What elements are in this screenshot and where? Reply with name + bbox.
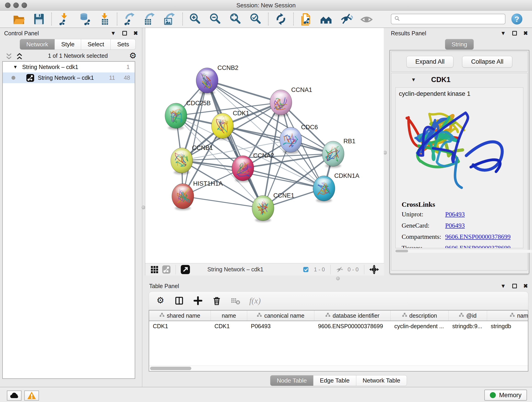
birdseye-view-icon[interactable] [162,265,171,274]
tab-edge-table[interactable]: Edge Table [313,375,356,386]
edge-CCNB2-HIST1H1A[interactable] [183,80,207,196]
split-columns-icon[interactable] [174,296,184,306]
table-cell[interactable]: CDK1 [149,321,211,332]
crosslink-link[interactable]: 9606.ENSP00000378699 [445,244,510,248]
gear-icon[interactable]: ⚙ [155,296,165,306]
edge-CCNB2-CCNE1[interactable] [207,80,263,208]
collapse-all-icon[interactable] [6,52,12,59]
panel-float-icon[interactable] [512,31,517,36]
tab-select[interactable]: Select [81,39,111,50]
collection-expander-icon[interactable]: ▼ [13,64,18,70]
tab-node-table[interactable]: Node Table [270,375,313,386]
panel-float-icon[interactable] [122,31,127,36]
hide-selected-button[interactable] [336,12,356,26]
edge-CCNB2-CCNA1[interactable] [207,80,281,102]
expand-all-button[interactable]: Expand All [406,56,454,68]
zoom-fit-button[interactable] [225,12,246,26]
trash-icon[interactable] [212,296,222,306]
tab-style[interactable]: Style [55,39,81,50]
column-header-shared-name[interactable]: shared name [149,311,211,321]
panel-close-icon[interactable]: ✖ [523,283,528,289]
memory-button[interactable]: Memory [484,390,527,401]
table-hscrollbar[interactable] [149,366,528,371]
left-splitter[interactable] [142,28,145,387]
panel-menu-icon[interactable]: ▼ [500,31,506,36]
network-collection-row[interactable]: ▼ String Network – cdk1 1 [3,62,135,72]
crosslink-link[interactable]: P06493 [445,222,465,229]
table-cell[interactable]: 9606.ENSP00000378699 [314,321,391,332]
node-RB1[interactable]: RB1 [322,138,355,168]
export-image-button[interactable] [160,12,180,26]
export-table-button[interactable] [140,12,160,26]
open-file-button[interactable] [9,12,29,26]
apply-layout-button[interactable] [271,12,291,26]
tab-network-table[interactable]: Network Table [356,375,407,386]
title-bar: Session: New Session [0,0,532,11]
zoom-in-button[interactable] [185,12,205,26]
import-table-button[interactable] [94,12,114,26]
tab-string[interactable]: String [445,39,474,50]
search-input[interactable] [402,16,502,22]
selected-checkbox-icon[interactable] [302,266,310,273]
network-current-dot [12,76,15,80]
panel-close-icon[interactable]: ✖ [523,31,528,36]
export-network-button[interactable] [120,12,140,26]
clone-network-button[interactable] [296,12,316,26]
table-cell[interactable]: P06493 [247,321,314,332]
help-button[interactable]: ? [511,13,522,25]
node-CDKN1A[interactable]: CDKN1A [313,172,360,202]
column-header-name[interactable]: name [211,311,247,321]
expand-all-icon[interactable] [16,52,23,59]
fit-selected-crosshair-icon[interactable] [369,265,379,274]
right-splitter[interactable] [384,28,387,276]
warning-button[interactable] [24,390,39,401]
cloud-button[interactable] [7,390,22,401]
crosslink-link[interactable]: 9606.ENSP00000378699 [445,233,510,240]
network-options-gear-icon[interactable]: ⚙ [129,51,137,60]
results-hscrollbar[interactable] [395,250,532,253]
edge-HIST1H1A-CCNE1[interactable] [183,196,263,208]
column-header-@id[interactable]: @id [449,311,487,321]
crosslink-link[interactable]: P06493 [445,211,465,218]
tab-sets[interactable]: Sets [111,39,136,50]
panel-menu-icon[interactable]: ▼ [110,31,116,36]
tab-network[interactable]: Network [20,39,55,50]
node-CCNE1[interactable]: CCNE1 [252,192,294,222]
table-cell[interactable]: CDK1 [211,321,247,332]
detach-view-icon[interactable] [181,265,190,274]
export-image-icon [164,13,177,26]
panel-float-icon[interactable] [512,284,517,288]
table-tabs: Node TableEdge TableNetwork Table [145,375,532,386]
save-button[interactable] [29,12,49,26]
group-nodes-button[interactable] [316,12,336,26]
panel-close-icon[interactable]: ✖ [133,31,138,36]
import-database-button[interactable] [74,12,94,26]
node-HIST1H1A[interactable]: HIST1H1A [172,180,223,210]
table-row[interactable]: CDK1CDK1P064939606.ENSP00000378699cyclin… [149,321,528,332]
bottom-splitter[interactable] [145,276,532,281]
import-network-button[interactable] [54,12,74,26]
table-cell[interactable]: stringdb:9... [449,321,487,332]
zoom-out-button[interactable] [205,12,225,26]
column-header-canonical-name[interactable]: canonical name [247,311,314,321]
search-box[interactable] [391,14,505,24]
section-expander-icon[interactable]: ▼ [411,77,416,83]
save-icon [32,13,45,26]
node-CDC6[interactable]: CDC6 [280,124,318,154]
network-canvas[interactable]: CCNB2 CCNA1 CDC25B CDK1 CDC6 RB1 CCNB1 [145,28,384,263]
table-cell[interactable]: stringdb [487,321,528,332]
collapse-all-button[interactable]: Collapse All [462,56,512,68]
protein-structure-image [398,98,521,199]
cytoscape-window: Session: New Session ? Control Panel ▼ ✖… [0,0,532,402]
grid-view-icon[interactable] [150,265,158,274]
column-header-namespace[interactable]: namespace [487,311,528,321]
table-panel: Table Panel ▼ ✖ ⚙f(x) shared namenamecan… [145,281,532,387]
table-cell[interactable]: cyclin-dependent ... [391,321,449,332]
add-icon[interactable] [193,296,203,306]
column-header-description[interactable]: description [391,311,449,321]
column-header-database-identifier[interactable]: database identifier [314,311,391,321]
zoom-selected-button[interactable] [246,12,266,26]
show-all-button[interactable] [356,12,377,26]
panel-menu-icon[interactable]: ▼ [500,283,506,289]
network-row[interactable]: String Network – cdk1 11 48 [3,72,135,83]
